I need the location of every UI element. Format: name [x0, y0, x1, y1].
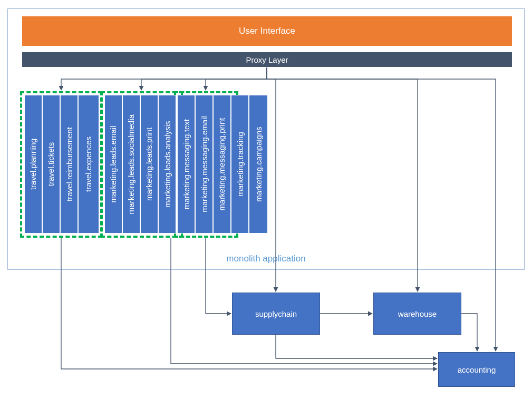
col-travel-reimbursement: travel.reimbursement — [60, 95, 78, 233]
supplychain-service: supplychain — [232, 293, 320, 335]
warehouse-service: warehouse — [373, 293, 461, 335]
warehouse-label: warehouse — [398, 309, 437, 318]
monolith-label: monolith application — [226, 254, 305, 264]
col-travel-planning: travel.planning — [24, 95, 42, 233]
col-marketing-campaigns: marketing.campaigns — [249, 95, 268, 233]
ui-label: User Interface — [239, 26, 295, 36]
accounting-label: accounting — [458, 365, 496, 374]
supplychain-label: supplychain — [255, 309, 297, 318]
col-travel-expences: travel.expences — [78, 95, 99, 233]
col-marketing-tracking: marketing.tracking — [231, 95, 249, 233]
col-marketing-leads-analysis: marketing.leads.analysis — [158, 95, 176, 233]
proxy-layer: Proxy Layer — [22, 52, 512, 67]
col-marketing-leads-socialmedia: marketing.leads.socialmedia — [122, 95, 140, 233]
col-marketing-messaging-print: marketing.messaging.print — [213, 95, 231, 233]
col-marketing-leads-email: marketing.leads.email — [104, 95, 122, 233]
proxy-label: Proxy Layer — [246, 55, 288, 64]
col-marketing-messaging-text: marketing.messaging.text — [177, 95, 195, 233]
user-interface-layer: User Interface — [22, 16, 512, 46]
col-travel-tickets: travel.tickets — [42, 95, 60, 233]
accounting-service: accounting — [438, 352, 515, 387]
col-marketing-leads-print: marketing.leads.print — [140, 95, 158, 233]
col-marketing-messaging-email: marketing.messaging.email — [195, 95, 213, 233]
